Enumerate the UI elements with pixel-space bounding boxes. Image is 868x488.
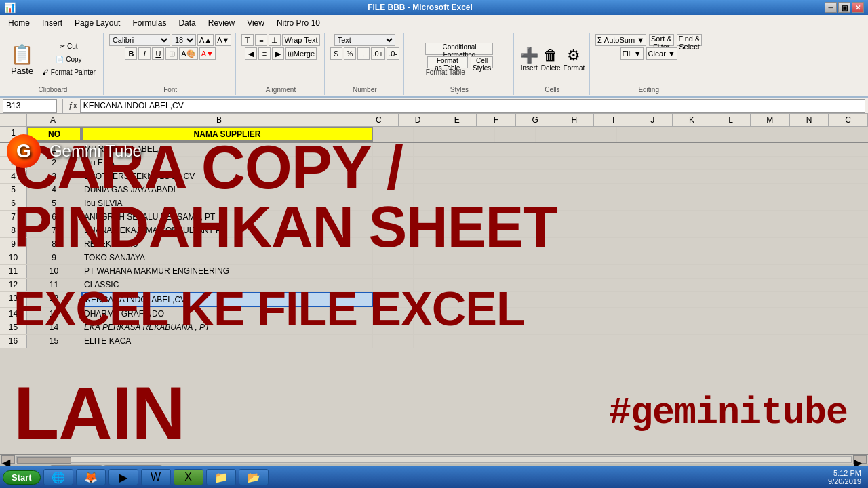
cell-b2[interactable]: MITRA INDOLABEL,CV [81,143,373,156]
cell-b4[interactable]: BROTHERS TEKNOLOGI, CV [81,170,373,183]
cell-c4[interactable] [373,170,414,183]
taskbar-media-button[interactable]: ▶ [108,469,138,485]
align-top-button[interactable]: ⊤ [241,34,254,46]
cell-a8[interactable]: 7 [27,224,81,237]
copy-button[interactable]: 📄 Copy [39,54,99,65]
cell-a7[interactable]: 6 [27,211,81,224]
bold-button[interactable]: B [125,47,137,60]
cell-a9[interactable]: 8 [27,238,81,251]
increase-decimal-button[interactable]: .0+ [371,47,386,60]
taskbar-firefox-button[interactable]: 🦊 [76,469,106,485]
scroll-thumb[interactable] [17,457,71,464]
format-as-table-button[interactable]: Formatas Table [427,56,468,68]
cell-a13[interactable]: 12 [27,292,81,307]
menu-insert[interactable]: Insert [37,17,68,29]
cell-h1[interactable] [576,127,617,142]
cell-a12[interactable]: 11 [27,279,81,291]
col-header-j[interactable]: J [633,114,673,126]
italic-button[interactable]: I [138,47,151,60]
menu-data[interactable]: Data [173,17,201,29]
comma-button[interactable]: , [357,47,370,60]
cell-c10[interactable] [373,251,414,264]
cell-c15[interactable] [373,321,414,334]
cell-a2[interactable]: 1 [27,143,81,156]
scroll-left-button[interactable]: ◀ [1,455,15,464]
horizontal-scrollbar[interactable]: ◀ ▶ [0,454,868,464]
menu-review[interactable]: Review [203,17,240,29]
cell-a3[interactable]: 2 [27,157,81,169]
sort-filter-button[interactable]: Sort &Filter [649,34,674,46]
cell-c7[interactable] [373,211,414,224]
font-family-select[interactable]: Calibri [109,34,170,46]
cell-a16[interactable]: 15 [27,335,81,348]
col-header-g[interactable]: G [516,114,555,126]
col-header-e[interactable]: E [437,114,477,126]
restore-button[interactable]: ▣ [838,2,850,13]
cell-c13[interactable] [373,292,414,307]
menu-formulas[interactable]: Formulas [127,17,172,29]
cell-b9[interactable]: REZEKI BARU [81,238,373,251]
cell-f1[interactable] [495,127,536,142]
cell-b5[interactable]: DUNIA GAS JAYA ABADI [81,184,373,197]
border-button[interactable]: ⊞ [165,47,178,60]
font-size-select[interactable]: 18 [172,34,196,46]
align-left-button[interactable]: ◀ [245,47,257,60]
cell-e1[interactable] [454,127,495,142]
col-header-k[interactable]: K [673,114,712,126]
cut-button[interactable]: ✂ Cut [39,41,99,52]
cell-c6[interactable] [373,197,414,210]
col-header-f[interactable]: F [477,114,516,126]
cell-b7[interactable]: ANUGRAH SELALU BERSAMA, PT [81,211,373,224]
taskbar-folder1-button[interactable]: 📁 [206,469,236,485]
align-center-button[interactable]: ≡ [258,47,271,60]
autosum-button[interactable]: Σ AutoSum ▼ [595,34,646,46]
cell-c5[interactable] [373,184,414,197]
cell-c3[interactable] [373,157,414,169]
clear-button[interactable]: Clear ▼ [646,47,677,60]
menu-home[interactable]: Home [3,17,35,29]
align-right-button[interactable]: ▶ [272,47,284,60]
cell-b10[interactable]: TOKO SANJAYA [81,251,373,264]
align-bottom-button[interactable]: ⊥ [269,34,281,46]
cell-d1[interactable] [414,127,454,142]
merge-center-button[interactable]: ⊞Merge [285,47,317,60]
col-header-h[interactable]: H [555,114,595,126]
percent-button[interactable]: % [344,47,356,60]
underline-button[interactable]: U [152,47,164,60]
taskbar-folder2-button[interactable]: 📂 [239,469,269,485]
wrap-text-button[interactable]: Wrap Text [282,34,319,46]
cell-b3[interactable]: Ibu ENA [81,157,373,169]
cell-b12[interactable]: CLASSIC [81,279,373,291]
taskbar-excel-button[interactable]: X [174,469,203,485]
cell-styles-button[interactable]: CellStyles [471,56,493,68]
cell-b1[interactable]: NAMA SUPPLIER [81,127,373,142]
col-header-m[interactable]: M [751,114,790,126]
function-wizard-icon[interactable]: ƒx [68,101,77,110]
cell-c14[interactable] [373,308,414,321]
decrease-decimal-button[interactable]: .0- [387,47,399,60]
cell-reference-input[interactable] [3,99,57,113]
cell-a1[interactable]: NO [27,127,81,142]
align-middle-button[interactable]: ≡ [255,34,267,46]
cell-c12[interactable] [373,279,414,291]
col-header-a[interactable]: A [27,114,79,126]
find-select-button[interactable]: Find &Select [677,34,703,46]
menu-view[interactable]: View [241,17,270,29]
currency-button[interactable]: $ [330,47,342,60]
taskbar-ie-button[interactable]: 🌐 [43,469,73,485]
cell-b15[interactable]: EKA PERKASA REKABUANA , PT [81,321,373,334]
col-header-l[interactable]: L [711,114,751,126]
cell-g1[interactable] [536,127,576,142]
col-header-b[interactable]: B [79,114,359,126]
close-button[interactable]: ✕ [852,2,864,13]
cell-b14[interactable]: DHARMA GRAFINDO [81,308,373,321]
cell-c11[interactable] [373,265,414,278]
font-shrink-button[interactable]: A▼ [215,34,231,46]
cell-b13[interactable]: KENCANA INDOLABEL,CV [81,292,373,307]
cell-c8[interactable] [373,224,414,237]
col-header-c[interactable]: C [359,114,399,126]
scroll-right-button[interactable]: ▶ [853,455,867,464]
cell-a5[interactable]: 4 [27,184,81,197]
col-header-d[interactable]: D [399,114,438,126]
cell-a14[interactable]: 13 [27,308,81,321]
